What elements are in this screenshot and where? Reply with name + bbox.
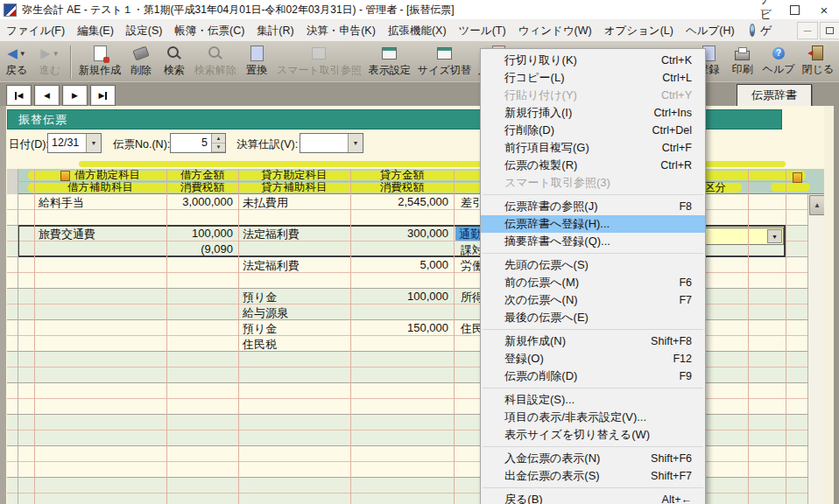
date-combobox[interactable]: 12/31 ▼ [47, 133, 102, 153]
context-menu-item: スマート取引参照(3) [481, 174, 705, 192]
first-record-button[interactable]: ◀ [6, 85, 32, 106]
menu-item-shortcut: Ctrl+R [660, 157, 692, 174]
chevron-down-icon[interactable]: ▼ [86, 134, 101, 152]
table-cell[interactable]: 法定福利費 [238, 258, 350, 274]
chevron-down-icon[interactable]: ▼ [767, 229, 782, 243]
menubar-item-6[interactable]: 決算・申告(K) [300, 20, 382, 41]
context-menu-item[interactable]: 伝票辞書へ登録(H)... [481, 215, 705, 233]
menubar-item-1[interactable]: ファイル(F) [0, 20, 71, 41]
vertical-scrollbar[interactable]: ▲ [807, 194, 824, 504]
menubar-item-8[interactable]: ツール(T) [453, 20, 512, 41]
table-cell[interactable]: 100,000 [166, 227, 238, 240]
toolbar-button-display-settings[interactable]: 表示設定 [366, 45, 413, 79]
header-debit-subaccount[interactable]: 借方補助科目 [34, 182, 166, 193]
menu-item-label: 登録(O) [504, 352, 544, 365]
table-cell[interactable]: 旅費交通費 [34, 227, 166, 242]
table-cell[interactable]: 法定福利費 [238, 227, 350, 242]
toolbar-button-print[interactable]: 印刷 [727, 44, 758, 78]
toolbar-button-delete[interactable]: 削除 [125, 45, 157, 79]
context-menu-item[interactable]: 前の伝票へ(M)F6 [481, 274, 705, 291]
menubar-item-9[interactable]: ウィンドウ(W) [512, 20, 598, 41]
spin-down-icon[interactable]: ▼ [212, 144, 225, 153]
context-menu-item[interactable]: 前行項目複写(G)Ctrl+F [481, 139, 705, 157]
table-cell[interactable]: 住民税 [238, 337, 350, 353]
context-menu-item[interactable]: 伝票の複製(R)Ctrl+R [481, 157, 705, 174]
context-menu-item[interactable]: 表示サイズを切り替える(W) [481, 426, 705, 444]
context-menu-item[interactable]: 最後の伝票へ(E) [481, 309, 705, 326]
header-debit-amount[interactable]: 借方金額 [166, 170, 238, 181]
navigator-button[interactable]: ナビゲータ [741, 20, 788, 41]
context-menu-item[interactable]: 新規行挿入(I)Ctrl+Ins [481, 104, 705, 122]
toolbar-button-new-doc[interactable]: 新規作成 [76, 45, 123, 79]
chevron-down-icon[interactable]: ▼ [53, 50, 60, 58]
menu-item-label: 前の伝票へ(M) [504, 276, 579, 289]
header-credit-subaccount[interactable]: 貸方補助科目 [238, 182, 350, 193]
voucher-dictionary-button[interactable]: 伝票辞書 [737, 84, 812, 107]
header-credit-amount[interactable]: 貸方金額 [350, 170, 454, 181]
context-menu-item[interactable]: 摘要辞書へ登録(Q)... [481, 233, 705, 250]
mdi-minimize-button[interactable] [797, 22, 818, 39]
toolbar-button-search[interactable]: 検索 [159, 45, 190, 79]
header-credit-tax[interactable]: 消費税額 [350, 182, 454, 193]
context-menu-item[interactable]: 登録(O)F12 [481, 350, 705, 368]
settlement-combobox[interactable]: ▼ [300, 133, 363, 153]
table-cell[interactable]: 2,545,000 [350, 195, 454, 208]
menubar-item-7[interactable]: 拡張機能(X) [382, 20, 453, 41]
header-debit-account[interactable]: 借方勘定科目 [34, 170, 166, 181]
context-menu-item[interactable]: 項目の表示/非表示設定(V)... [481, 409, 705, 426]
table-cell[interactable]: 100,000 [350, 290, 454, 303]
maximize-button[interactable] [779, 0, 809, 19]
toolbar-button-back[interactable]: ▼戻る [1, 45, 32, 79]
menu-item-shortcut: Ctrl+Del [652, 122, 693, 139]
menubar-item-2[interactable]: 編集(E) [71, 20, 120, 41]
context-menu-item[interactable]: 行削除(D)Ctrl+Del [481, 122, 705, 139]
toolbar-button-label: 印刷 [732, 62, 753, 77]
table-cell[interactable]: 未払費用 [238, 195, 350, 211]
context-menu-item[interactable]: 先頭の伝票へ(S) [481, 256, 705, 274]
toolbar-button-help[interactable]: ヘルプ [760, 44, 798, 78]
table-cell[interactable]: 300,000 [350, 227, 454, 240]
kubun-dropdown[interactable]: ▼ [694, 228, 784, 245]
chevron-down-icon[interactable]: ▼ [348, 134, 363, 152]
context-menu-item[interactable]: 新規作成(N)Shift+F8 [481, 332, 705, 350]
header-credit-account[interactable]: 貸方勘定科目 [238, 170, 350, 181]
close-button[interactable] [809, 0, 839, 19]
voucher-no-spinner[interactable]: 5 ▲▼ [170, 133, 226, 153]
next-record-button[interactable]: ▶ [62, 85, 88, 106]
scroll-up-icon[interactable]: ▲ [809, 195, 824, 215]
menubar-item-4[interactable]: 帳簿・伝票(C) [168, 20, 250, 41]
chevron-down-icon[interactable]: ▼ [19, 50, 26, 58]
header-kubun[interactable]: 区分 [704, 182, 730, 193]
context-menu-item[interactable]: 伝票の削除(D)F9 [481, 368, 705, 385]
menu-item-shortcut: Ctrl+L [662, 69, 692, 87]
toolbar-button-close-window[interactable]: 閉じる [799, 44, 836, 78]
context-menu-item[interactable]: 入金伝票の表示(N)Shift+F6 [481, 450, 705, 467]
menubar-item-11[interactable]: ヘルプ(H) [680, 20, 741, 41]
context-menu-item[interactable]: 伝票辞書の参照(J)F8 [481, 198, 705, 215]
context-menu-item[interactable]: 科目設定(S)... [481, 391, 705, 409]
table-cell[interactable]: 給料手当 [34, 195, 166, 211]
toolbar-button-replace[interactable]: 置換 [241, 45, 272, 79]
menubar-item-10[interactable]: オプション(L) [598, 20, 680, 41]
header-debit-tax[interactable]: 消費税額 [166, 182, 238, 193]
menubar-item-5[interactable]: 集計(R) [250, 20, 300, 41]
table-cell[interactable]: 3,000,000 [166, 195, 238, 208]
context-menu-item[interactable]: 戻る(B)Alt+← [481, 491, 705, 504]
menubar-item-3[interactable]: 設定(S) [120, 20, 169, 41]
context-menu-item[interactable]: 出金伝票の表示(S)Shift+F7 [481, 467, 705, 485]
context-menu-item[interactable]: 次の伝票へ(N)F7 [481, 291, 705, 309]
table-cell[interactable]: 預り金 [238, 290, 350, 305]
spin-up-icon[interactable]: ▲ [212, 134, 225, 144]
prev-record-button[interactable]: ◀ [34, 85, 60, 106]
table-cell[interactable]: 150,000 [350, 321, 454, 334]
table-cell[interactable]: 給与源泉 [238, 305, 350, 321]
table-cell[interactable]: (9,090 [166, 242, 238, 256]
mdi-restore-button[interactable] [820, 22, 839, 39]
table-cell[interactable]: 5,000 [350, 258, 454, 271]
context-menu-item[interactable]: 行コピー(L)Ctrl+L [481, 69, 705, 87]
context-menu-item[interactable]: 行切り取り(K)Ctrl+K [481, 52, 705, 69]
last-record-button[interactable]: ▶ [90, 85, 116, 106]
menu-item-shortcut: F8 [679, 198, 692, 215]
table-cell[interactable]: 預り金 [238, 321, 350, 337]
toolbar-button-size-toggle[interactable]: サイズ切替 [415, 45, 474, 79]
